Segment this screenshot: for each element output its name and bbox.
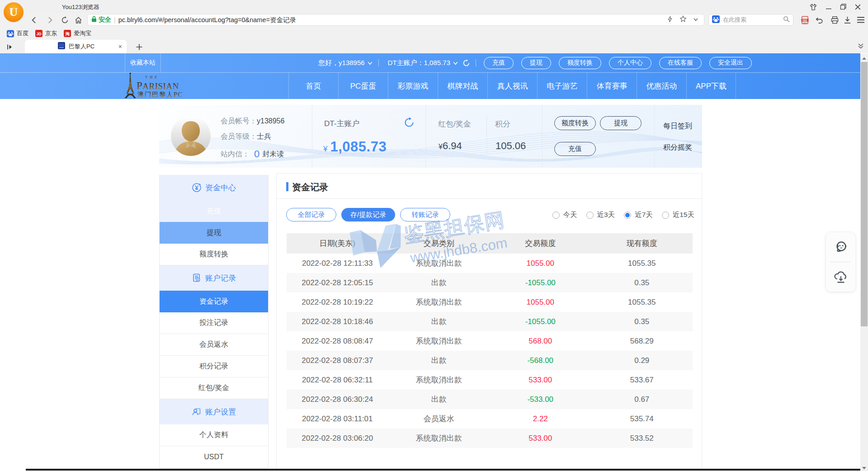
nav-item-6[interactable]: 体育赛事 xyxy=(587,73,637,99)
nav-item-4[interactable]: 真人视讯 xyxy=(487,73,537,99)
tab-expander-icon[interactable] xyxy=(5,42,15,52)
back-button[interactable] xyxy=(28,14,40,26)
greeting-chevron-icon[interactable] xyxy=(367,60,373,66)
page-scrollbar[interactable] xyxy=(860,54,868,471)
radio-icon[interactable] xyxy=(624,212,631,219)
site-logo[interactable]: THE PARISIAN 澳门巴黎人PC xyxy=(124,73,187,99)
card-button-transfer[interactable]: 额度转换 xyxy=(554,116,596,130)
printer-icon[interactable] xyxy=(829,14,840,25)
new-tab-button[interactable] xyxy=(134,42,145,52)
maximize-button[interactable] xyxy=(839,3,847,11)
cell-date: 2022-02-28 10:18:46 xyxy=(287,312,388,331)
topbar-button-0[interactable]: 充值 xyxy=(484,57,514,69)
sidebar-item-1[interactable]: 充值 xyxy=(160,200,268,222)
sidebar-item-3[interactable]: 额度转换 xyxy=(160,244,268,265)
reload-button[interactable] xyxy=(59,14,71,26)
range-label: 近7天 xyxy=(635,210,653,220)
wallet-refresh-icon[interactable] xyxy=(462,59,470,67)
home-button[interactable] xyxy=(72,14,84,26)
scroll-up-icon[interactable] xyxy=(860,55,868,64)
search-box[interactable]: 在此搜索 xyxy=(708,14,793,26)
bookmark-2[interactable]: 淘爱淘宝 xyxy=(64,29,91,38)
sidebar-item-8[interactable]: 积分记录 xyxy=(160,356,268,377)
nav-item-1[interactable]: PC蛋蛋 xyxy=(338,73,388,99)
close-button[interactable] xyxy=(854,3,862,11)
points-lottery-link[interactable]: 积分摇奖 xyxy=(663,143,692,152)
topbar-button-2[interactable]: 额度转换 xyxy=(559,57,601,69)
menu-icon[interactable] xyxy=(855,14,866,25)
scroll-down-icon[interactable] xyxy=(860,464,868,471)
floating-toolbar xyxy=(826,232,855,292)
radio-icon[interactable] xyxy=(662,212,669,219)
mail-count[interactable]: 0 xyxy=(254,148,259,160)
scrollbar-thumb[interactable] xyxy=(861,62,868,326)
sidebar-item-9[interactable]: 红包/奖金 xyxy=(160,377,268,399)
nav-item-8[interactable]: APP下载 xyxy=(686,73,736,99)
url-text[interactable]: pc.blryl6.com/#/personal/accountLog?tag=… xyxy=(118,16,667,24)
filter-tab-0[interactable]: 全部记录 xyxy=(286,208,336,221)
bonus-label: 红包/奖金 xyxy=(438,119,471,129)
card-button-withdraw[interactable]: 提现 xyxy=(600,116,642,130)
radio-icon[interactable] xyxy=(552,212,560,219)
range-option-3[interactable]: 近15天 xyxy=(662,210,694,220)
table-row: 2022-02-28 12:11:33 系统取消出款 1055.00 1055.… xyxy=(287,254,693,273)
tab-close-icon[interactable]: × xyxy=(118,43,122,50)
tab[interactable]: 巴黎人PC × xyxy=(25,40,127,53)
card-button-deposit[interactable]: 充值 xyxy=(554,142,596,156)
daily-signin-link[interactable]: 每日签到 xyxy=(663,122,692,131)
undo-icon[interactable] xyxy=(814,14,825,25)
download-icon[interactable] xyxy=(842,14,853,25)
minimize-button[interactable] xyxy=(825,3,833,11)
topbar-button-4[interactable]: 在线客服 xyxy=(659,57,702,69)
range-option-2[interactable]: 近7天 xyxy=(624,210,653,220)
bookmark-1[interactable]: JD京东 xyxy=(35,29,57,38)
sidebar-item-5[interactable]: 资金记录 xyxy=(160,291,268,312)
wallet-summary[interactable]: DT主账户：1,085.73 xyxy=(388,59,450,67)
tab-title: 巴黎人PC xyxy=(69,42,118,51)
filter-tab-2[interactable]: 转账记录 xyxy=(400,208,450,221)
pdf-icon[interactable]: PDF xyxy=(799,14,810,25)
cell-type: 出款 xyxy=(388,273,490,292)
customer-service-icon[interactable] xyxy=(833,240,849,257)
address-bar[interactable]: 安全 | pc.blryl6.com/#/personal/accountLog… xyxy=(87,14,704,26)
nav-item-5[interactable]: 电子游艺 xyxy=(537,73,587,99)
radio-icon[interactable] xyxy=(586,212,594,219)
wallet-chevron-icon[interactable] xyxy=(453,60,458,66)
cell-type: 出款 xyxy=(388,312,490,331)
topbar-button-5[interactable]: 安全退出 xyxy=(709,57,752,69)
forward-button[interactable] xyxy=(44,14,56,26)
bookmark-icon-1: JD xyxy=(35,30,42,37)
theme-icon[interactable] xyxy=(809,3,817,11)
nav-item-7[interactable]: 优惠活动 xyxy=(637,73,686,99)
sidebar-header-10: 账户设置 xyxy=(160,399,268,424)
nav-item-3[interactable]: 棋牌对战 xyxy=(438,73,487,99)
nav-item-0[interactable]: 首页 xyxy=(288,73,338,99)
sidebar-item-12[interactable]: USDT xyxy=(160,446,268,468)
cell-amount: -568.00 xyxy=(490,351,591,370)
bookmark-0[interactable]: 百度 xyxy=(7,29,28,38)
cell-date: 2022-02-28 08:08:47 xyxy=(287,331,388,351)
cell-balance: 533.67 xyxy=(591,370,693,390)
filter-tab-1[interactable]: 存/提款记录 xyxy=(341,208,395,221)
sidebar-item-11[interactable]: 个人资料 xyxy=(160,424,268,446)
tab-strip: 巴黎人PC × xyxy=(0,40,868,53)
favorite-site-link[interactable]: 收藏本站 xyxy=(125,53,161,72)
app-download-icon[interactable] xyxy=(833,269,849,286)
card-refresh-icon[interactable] xyxy=(403,117,415,128)
collapse-toolbar-icon[interactable] xyxy=(857,42,866,52)
nav-item-2[interactable]: 彩票游戏 xyxy=(388,73,438,99)
range-option-1[interactable]: 近3天 xyxy=(586,210,615,220)
sidebar-item-6[interactable]: 投注记录 xyxy=(160,312,268,334)
favorite-star-icon[interactable] xyxy=(679,15,687,24)
greeting-text[interactable]: 您好，y138956 xyxy=(318,59,365,67)
main-menu: 首页PC蛋蛋彩票游戏棋牌对战真人视讯电子游艺体育赛事优惠活动APP下载 xyxy=(288,73,736,99)
bookmark-icon-0 xyxy=(7,30,14,37)
topbar-button-3[interactable]: 个人中心 xyxy=(609,57,651,69)
topbar-button-1[interactable]: 提现 xyxy=(521,57,551,69)
range-option-0[interactable]: 今天 xyxy=(552,210,577,220)
browser-logo: U xyxy=(4,2,24,22)
address-chevron-icon[interactable] xyxy=(693,16,698,24)
flash-icon[interactable] xyxy=(667,16,673,24)
sidebar-item-7[interactable]: 会员返水 xyxy=(160,334,268,356)
sidebar-item-2[interactable]: 提现 xyxy=(160,222,268,244)
